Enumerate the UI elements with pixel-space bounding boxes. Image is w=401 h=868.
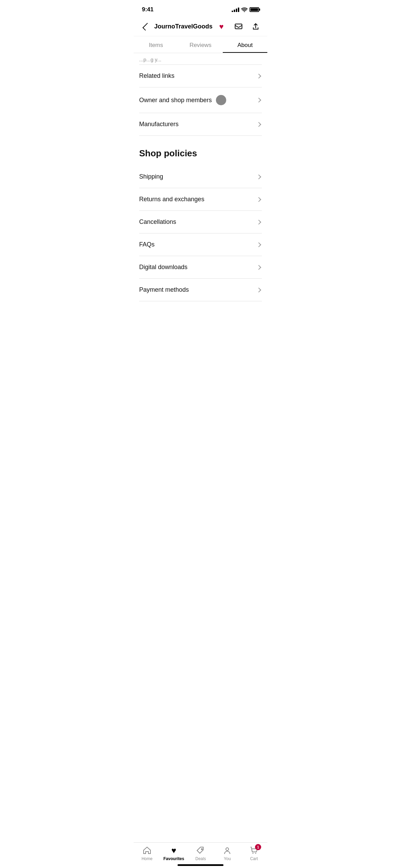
svg-rect-0 [235,24,242,29]
returns-item[interactable]: Returns and exchanges [134,188,267,210]
message-button[interactable] [232,21,245,33]
cancellations-label: Cancellations [139,218,176,226]
signal-bars-icon [232,7,239,12]
faqs-item[interactable]: FAQs [134,233,267,256]
returns-label: Returns and exchanges [139,196,204,203]
chevron-right-icon [256,242,261,247]
divider-9 [139,301,262,301]
digital-downloads-item[interactable]: Digital downloads [134,256,267,278]
tab-reviews[interactable]: Reviews [178,36,223,53]
digital-downloads-label: Digital downloads [139,264,187,271]
tab-items[interactable]: Items [134,36,178,53]
chevron-right-icon [256,73,261,78]
related-links-item[interactable]: Related links [134,65,267,87]
faqs-label: FAQs [139,241,155,248]
chevron-right-icon [256,98,261,103]
nav-actions: ♥ [215,21,262,33]
owner-members-label: Owner and shop members [139,97,212,104]
shop-policies-title: Shop policies [139,148,197,158]
status-icons [232,7,259,12]
shop-title: JournoTravelGoods [151,23,215,30]
chevron-right-icon [256,265,261,269]
owner-members-content: Owner and shop members [139,95,226,105]
manufacturers-label: Manufacturers [139,121,179,128]
payment-methods-label: Payment methods [139,286,189,293]
related-links-content: Related links [139,72,174,80]
status-time: 9:41 [142,6,154,13]
partial-text: ...p...g y... [134,53,267,64]
share-icon [252,23,260,31]
related-links-label: Related links [139,72,174,80]
chevron-right-icon [256,122,261,126]
share-button[interactable] [250,21,262,33]
owner-members-item[interactable]: Owner and shop members [134,87,267,113]
owner-avatar [216,95,226,105]
content-area: ...p...g y... Related links Owner and sh… [134,53,267,336]
chevron-right-icon [256,287,261,292]
back-chevron-icon [143,23,150,31]
payment-methods-item[interactable]: Payment methods [134,279,267,301]
manufacturers-content: Manufacturers [139,121,179,128]
cancellations-item[interactable]: Cancellations [134,211,267,233]
back-button[interactable] [139,21,151,33]
tab-about[interactable]: About [223,36,267,53]
chevron-right-icon [256,219,261,224]
nav-header: JournoTravelGoods ♥ [134,17,267,36]
chevron-right-icon [256,197,261,202]
shop-policies-header: Shop policies [134,136,267,166]
battery-icon [250,7,259,12]
shipping-label: Shipping [139,173,163,180]
status-bar: 9:41 [134,0,267,17]
shipping-item[interactable]: Shipping [134,166,267,188]
wifi-icon [241,7,247,12]
heart-icon: ♥ [219,22,223,31]
message-icon [234,23,243,31]
tab-bar: Items Reviews About [134,36,267,53]
chevron-right-icon [256,174,261,179]
favourite-button[interactable]: ♥ [215,21,228,33]
manufacturers-item[interactable]: Manufacturers [134,113,267,135]
